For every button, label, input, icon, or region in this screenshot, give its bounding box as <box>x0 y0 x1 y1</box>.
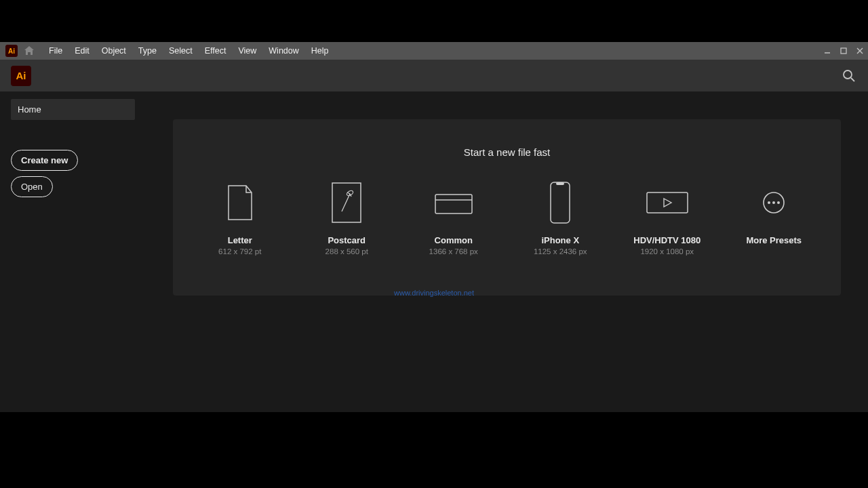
app-logo: Ai <box>11 66 31 86</box>
preset-common[interactable]: Common 1366 x 768 px <box>413 180 494 256</box>
svg-point-15 <box>772 201 775 204</box>
phone-icon <box>549 180 572 226</box>
svg-rect-8 <box>435 195 472 214</box>
preset-dims: 1920 x 1080 px <box>640 247 694 256</box>
web-icon <box>434 180 473 226</box>
svg-point-14 <box>768 201 770 204</box>
svg-rect-11 <box>556 182 564 185</box>
preset-label: Postcard <box>328 235 366 245</box>
svg-rect-6 <box>332 183 361 222</box>
menu-items: File Edit Object Type Select Effect View… <box>43 45 334 57</box>
letter-icon <box>226 180 254 226</box>
svg-point-4 <box>844 70 852 79</box>
home-icon[interactable] <box>23 45 35 57</box>
menu-effect[interactable]: Effect <box>199 45 232 57</box>
video-icon <box>646 180 689 226</box>
preset-letter[interactable]: Letter 612 x 792 pt <box>199 180 281 256</box>
maximize-icon[interactable] <box>838 45 849 56</box>
watermark-text: www.drivingskeleton.net <box>394 289 474 297</box>
main-area: Start a new file fast Letter 612 x 792 p… <box>146 92 868 412</box>
postcard-icon <box>331 180 362 226</box>
start-card: Start a new file fast Letter 612 x 792 p… <box>173 119 841 296</box>
menubar: Ai File Edit Object Type Select Effect V… <box>0 42 868 60</box>
preset-label: Common <box>435 235 473 245</box>
svg-rect-12 <box>647 192 688 213</box>
menu-object[interactable]: Object <box>96 45 132 57</box>
svg-point-7 <box>346 190 354 197</box>
preset-dims: 288 x 560 pt <box>326 247 368 256</box>
svg-point-16 <box>777 201 780 204</box>
preset-postcard[interactable]: Postcard 288 x 560 pt <box>306 180 387 256</box>
search-icon[interactable] <box>841 68 857 84</box>
preset-label: More Presets <box>746 235 802 245</box>
preset-label: iPhone X <box>541 235 579 245</box>
close-icon[interactable] <box>854 45 865 56</box>
preset-dims: 1366 x 768 px <box>429 247 478 256</box>
sidebar: Home Create new Open <box>0 92 146 412</box>
preset-label: HDV/HDTV 1080 <box>633 235 701 245</box>
open-button[interactable]: Open <box>11 176 53 197</box>
presets-row: Letter 612 x 792 pt Postcard 288 x 560 p… <box>193 180 821 256</box>
card-title: Start a new file fast <box>193 146 821 158</box>
svg-rect-1 <box>841 48 846 54</box>
preset-more[interactable]: More Presets <box>733 180 814 247</box>
preset-iphone-x[interactable]: iPhone X 1125 x 2436 px <box>519 180 601 256</box>
menu-file[interactable]: File <box>43 45 68 57</box>
menu-help[interactable]: Help <box>306 45 334 57</box>
svg-line-5 <box>851 78 854 81</box>
menu-window[interactable]: Window <box>263 45 304 57</box>
toolbar: Ai <box>0 60 868 92</box>
preset-dims: 1125 x 2436 px <box>534 247 587 256</box>
preset-dims: 612 x 792 pt <box>218 247 261 256</box>
menu-type[interactable]: Type <box>133 45 162 57</box>
create-new-button[interactable]: Create new <box>11 150 78 171</box>
svg-rect-10 <box>551 182 570 223</box>
more-icon <box>762 180 786 226</box>
app-icon-small: Ai <box>5 45 18 57</box>
sidebar-home[interactable]: Home <box>11 99 135 120</box>
menu-view[interactable]: View <box>233 45 262 57</box>
minimize-icon[interactable] <box>822 45 833 56</box>
preset-label: Letter <box>228 235 252 245</box>
preset-hdtv[interactable]: HDV/HDTV 1080 1920 x 1080 px <box>627 180 708 256</box>
menu-edit[interactable]: Edit <box>69 45 95 57</box>
menu-select[interactable]: Select <box>163 45 198 57</box>
